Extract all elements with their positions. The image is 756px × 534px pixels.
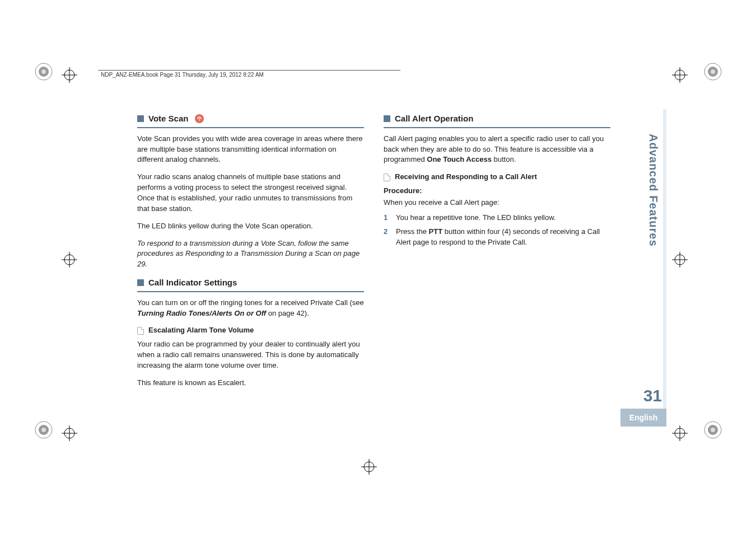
text-run: on page 42). bbox=[266, 309, 309, 317]
svg-point-2 bbox=[41, 69, 46, 74]
crop-mark-icon bbox=[361, 459, 377, 475]
body-text-italic: To respond to a transmission during a Vo… bbox=[137, 238, 364, 270]
subsection-heading-escalating: Escalating Alarm Tone Volume bbox=[137, 325, 364, 336]
procedure-label: Procedure: bbox=[384, 186, 422, 195]
text-bold: PTT bbox=[429, 227, 443, 236]
section-heading-call-indicator: Call Indicator Settings bbox=[137, 277, 364, 289]
procedure-list: 1 You hear a repetitive tone. The LED bl… bbox=[384, 213, 610, 248]
crop-mark-icon bbox=[672, 67, 688, 83]
page-icon bbox=[384, 174, 390, 181]
running-head: NDP_ANZ-EMEA.book Page 31 Thursday, July… bbox=[101, 72, 264, 78]
subsection-title: Escalating Alarm Tone Volume bbox=[148, 325, 254, 336]
crop-mark-icon bbox=[62, 425, 77, 441]
registration-dial-icon bbox=[34, 420, 54, 440]
header-rule bbox=[98, 70, 400, 71]
text-run: button. bbox=[492, 155, 516, 163]
svg-point-5 bbox=[711, 69, 715, 74]
right-column: Call Alert Operation Call Alert paging e… bbox=[384, 109, 610, 254]
step-number: 1 bbox=[384, 213, 390, 223]
registration-dial-icon bbox=[703, 62, 723, 82]
svg-point-11 bbox=[711, 428, 715, 432]
list-item: 2 Press the PTT button within four (4) s… bbox=[384, 227, 610, 248]
section-bullet-icon bbox=[384, 115, 390, 122]
language-tab: English bbox=[620, 409, 666, 427]
subsection-title: Receiving and Responding to a Call Alert bbox=[395, 172, 537, 182]
step-number: 2 bbox=[384, 227, 390, 248]
crop-mark-icon bbox=[62, 252, 77, 268]
step-text: Press the PTT button within four (4) sec… bbox=[396, 227, 610, 248]
step-text: You hear a repetitive tone. The LED blin… bbox=[396, 213, 610, 223]
list-item: 1 You hear a repetitive tone. The LED bl… bbox=[384, 213, 610, 223]
crop-mark-icon bbox=[62, 67, 77, 83]
section-heading-vote-scan: Vote Scan bbox=[137, 113, 364, 125]
left-column: Vote Scan Vote Scan provides you with wi… bbox=[137, 109, 364, 395]
body-text: This feature is known as Escalert. bbox=[137, 378, 364, 388]
text-run: You can turn on or off the ringing tones… bbox=[137, 298, 364, 307]
language-label: English bbox=[629, 413, 658, 422]
body-text: Your radio can be programmed by your dea… bbox=[137, 339, 364, 371]
body-text: The LED blinks yellow during the Vote Sc… bbox=[137, 221, 364, 232]
section-title: Vote Scan bbox=[148, 113, 188, 125]
section-divider bbox=[137, 291, 364, 292]
section-bullet-icon bbox=[137, 279, 144, 286]
antenna-icon bbox=[195, 114, 204, 123]
body-text: Vote Scan provides you with wide area co… bbox=[137, 134, 364, 166]
section-heading-call-alert: Call Alert Operation bbox=[384, 113, 610, 125]
section-divider bbox=[384, 127, 610, 128]
crop-mark-icon bbox=[672, 252, 688, 268]
body-text: You can turn on or off the ringing tones… bbox=[137, 298, 364, 319]
crop-mark-icon bbox=[672, 425, 688, 441]
registration-dial-icon bbox=[34, 62, 54, 82]
procedure-intro: When you receive a Call Alert page: bbox=[384, 198, 610, 208]
section-bullet-icon bbox=[137, 115, 144, 122]
page-icon bbox=[137, 327, 144, 335]
section-tab-label: Advanced Features bbox=[647, 134, 660, 247]
page-number: 31 bbox=[643, 386, 662, 405]
section-tab: Advanced Features bbox=[642, 123, 664, 257]
body-text: Call Alert paging enables you to alert a… bbox=[384, 134, 610, 166]
subsection-heading-receiving: Receiving and Responding to a Call Alert bbox=[384, 172, 610, 182]
text-run: Press the bbox=[396, 227, 429, 236]
section-divider bbox=[137, 127, 364, 128]
section-title: Call Indicator Settings bbox=[148, 277, 237, 289]
registration-dial-icon bbox=[703, 420, 723, 440]
body-text: Your radio scans analog channels of mult… bbox=[137, 172, 364, 214]
section-title: Call Alert Operation bbox=[395, 113, 473, 125]
text-bold: One Touch Access bbox=[427, 155, 492, 163]
svg-point-8 bbox=[41, 428, 46, 432]
text-emphasis: Turning Radio Tones/Alerts On or Off bbox=[137, 309, 266, 317]
